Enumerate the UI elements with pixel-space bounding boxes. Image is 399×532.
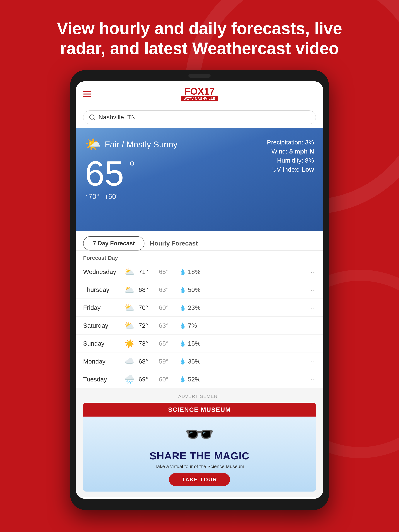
forecast-day: Wednesday bbox=[83, 268, 124, 275]
forecast-icon: ⛅ bbox=[124, 267, 135, 277]
wind-value: 5 mph N bbox=[289, 148, 314, 155]
uv-value: Low bbox=[301, 166, 314, 173]
more-options[interactable]: ··· bbox=[311, 322, 316, 329]
high-temp: 70° bbox=[139, 304, 153, 311]
forecast-day-header: Forecast Day bbox=[76, 251, 323, 263]
forecast-day: Thursday bbox=[83, 286, 124, 293]
precip: 💧35% bbox=[179, 358, 200, 365]
forecast-icon: 🌥️ bbox=[124, 285, 135, 294]
low-temp: 65° bbox=[159, 340, 174, 347]
logo-subtitle: WZTV NASHVILLE bbox=[181, 96, 218, 101]
precip: 💧50% bbox=[179, 286, 200, 293]
more-options[interactable]: ··· bbox=[311, 376, 316, 383]
logo-fox-text: FOX bbox=[184, 86, 204, 97]
svg-point-0 bbox=[90, 115, 94, 119]
precipitation-stat: Precipitation: 3% bbox=[267, 139, 314, 146]
low-temp: 65° bbox=[159, 268, 174, 275]
low-temp: 63° bbox=[159, 286, 174, 293]
drop-icon: 💧 bbox=[179, 358, 186, 365]
uv-stat: UV Index: Low bbox=[267, 166, 314, 173]
ad-top-bar: SCIENCE MUSEUM bbox=[83, 403, 316, 417]
forecast-day: Tuesday bbox=[83, 376, 124, 383]
temp-range: ↑70° ↓60° bbox=[85, 193, 124, 201]
forecast-day: Saturday bbox=[83, 322, 124, 329]
weather-condition-icon: 🌤️ bbox=[85, 137, 101, 152]
low-temp: 63° bbox=[159, 322, 174, 329]
precip: 💧52% bbox=[179, 376, 200, 383]
tablet-frame: FOX17 WZTV NASHVILLE Nashville, TN 🌤️ Fa… bbox=[70, 70, 329, 510]
low-temp: 60° bbox=[159, 376, 174, 383]
table-row: Monday ☁️ 68° 59° 💧35% ··· bbox=[76, 352, 323, 370]
radar-label: INTERACTIVE RADAR bbox=[76, 497, 323, 499]
table-row: Sunday ☀️ 73° 65° 💧15% ··· bbox=[76, 335, 323, 352]
search-bar[interactable]: Nashville, TN bbox=[83, 110, 316, 124]
temp-high: ↑70° bbox=[85, 193, 99, 200]
table-row: Wednesday ⛅ 71° 65° 💧18% ··· bbox=[76, 263, 323, 281]
ad-glasses-area: 🕶️ bbox=[173, 417, 226, 450]
forecast-icon: ☁️ bbox=[124, 356, 135, 366]
more-options[interactable]: ··· bbox=[311, 268, 316, 275]
humidity-stat: Humidity: 8% bbox=[267, 157, 314, 164]
app-content: FOX17 WZTV NASHVILLE Nashville, TN 🌤️ Fa… bbox=[76, 81, 323, 499]
more-options[interactable]: ··· bbox=[311, 286, 316, 293]
weather-stats: Precipitation: 3% Wind: 5 mph N Humidity… bbox=[267, 139, 314, 175]
forecast-day: Friday bbox=[83, 304, 124, 311]
drop-icon: 💧 bbox=[179, 286, 186, 293]
high-temp: 69° bbox=[139, 376, 153, 383]
tab-7day[interactable]: 7 Day Forecast bbox=[83, 236, 145, 250]
temp-low: ↓60° bbox=[105, 193, 119, 200]
forecast-icon: ⛅ bbox=[124, 321, 135, 330]
drop-icon: 💧 bbox=[179, 269, 186, 275]
table-row: Thursday 🌥️ 68° 63° 💧50% ··· bbox=[76, 281, 323, 299]
forecast-temps: 73° 65° 💧15% bbox=[139, 340, 307, 347]
forecast-day: Monday bbox=[83, 358, 124, 365]
degree-symbol: ° bbox=[129, 159, 135, 174]
museum-name: SCIENCE MUSEUM bbox=[86, 406, 313, 413]
more-options[interactable]: ··· bbox=[311, 304, 316, 311]
temperature-display: 65 bbox=[85, 156, 124, 191]
forecast-temps: 68° 63° 💧50% bbox=[139, 286, 307, 293]
ad-banner[interactable]: SCIENCE MUSEUM 🕶️ SHARE THE MAGIC Take a… bbox=[83, 403, 316, 492]
high-temp: 73° bbox=[139, 340, 153, 347]
forecast-icon: ☀️ bbox=[124, 339, 135, 348]
ad-label: ADVERTISEMENT bbox=[83, 394, 316, 399]
precip: 💧7% bbox=[179, 322, 200, 329]
advertisement-section: ADVERTISEMENT SCIENCE MUSEUM 🕶️ SHARE TH… bbox=[76, 388, 323, 497]
ad-sub-text: Take a virtual tour of the Science Museu… bbox=[155, 464, 244, 469]
menu-line-1 bbox=[83, 91, 91, 92]
forecast-temps: 72° 63° 💧7% bbox=[139, 322, 307, 329]
forecast-icon: 🌧️ bbox=[124, 374, 135, 384]
glasses-icon: 🕶️ bbox=[184, 422, 215, 446]
weather-hero: 🌤️ Fair / Mostly Sunny 65° ↑70° ↓60° bbox=[76, 128, 323, 231]
low-temp: 59° bbox=[159, 358, 174, 365]
table-row: Friday ⛅ 70° 60° 💧23% ··· bbox=[76, 299, 323, 317]
drop-icon: 💧 bbox=[179, 322, 186, 329]
forecast-temps: 69° 60° 💧52% bbox=[139, 376, 307, 383]
ad-cta-button[interactable]: TAKE TOUR bbox=[169, 473, 230, 486]
search-input[interactable]: Nashville, TN bbox=[98, 114, 136, 121]
more-options[interactable]: ··· bbox=[311, 358, 316, 365]
precip: 💧15% bbox=[179, 340, 200, 347]
forecast-temps: 70° 60° 💧23% bbox=[139, 304, 307, 311]
precip: 💧18% bbox=[179, 268, 200, 275]
table-row: Saturday ⛅ 72° 63° 💧7% ··· bbox=[76, 317, 323, 335]
precip: 💧23% bbox=[179, 304, 200, 311]
drop-icon: 💧 bbox=[179, 304, 186, 311]
svg-line-1 bbox=[94, 118, 95, 120]
wind-stat: Wind: 5 mph N bbox=[267, 148, 314, 155]
more-options[interactable]: ··· bbox=[311, 340, 316, 347]
tablet-screen: FOX17 WZTV NASHVILLE Nashville, TN 🌤️ Fa… bbox=[76, 81, 323, 499]
app-header: FOX17 WZTV NASHVILLE bbox=[76, 81, 323, 107]
high-temp: 68° bbox=[139, 358, 153, 365]
tab-hourly[interactable]: Hourly Forecast bbox=[150, 240, 198, 247]
forecast-icon: ⛅ bbox=[124, 303, 135, 312]
forecast-tabs: 7 Day Forecast Hourly Forecast bbox=[76, 231, 323, 251]
forecast-temps: 68° 59° 💧35% bbox=[139, 358, 307, 365]
forecast-temps: 71° 65° 💧18% bbox=[139, 268, 307, 275]
drop-icon: 💧 bbox=[179, 340, 186, 347]
high-temp: 72° bbox=[139, 322, 153, 329]
search-icon bbox=[89, 114, 95, 121]
weather-condition-text: Fair / Mostly Sunny bbox=[105, 139, 177, 149]
menu-button[interactable] bbox=[83, 91, 91, 97]
menu-line-2 bbox=[83, 94, 91, 94]
